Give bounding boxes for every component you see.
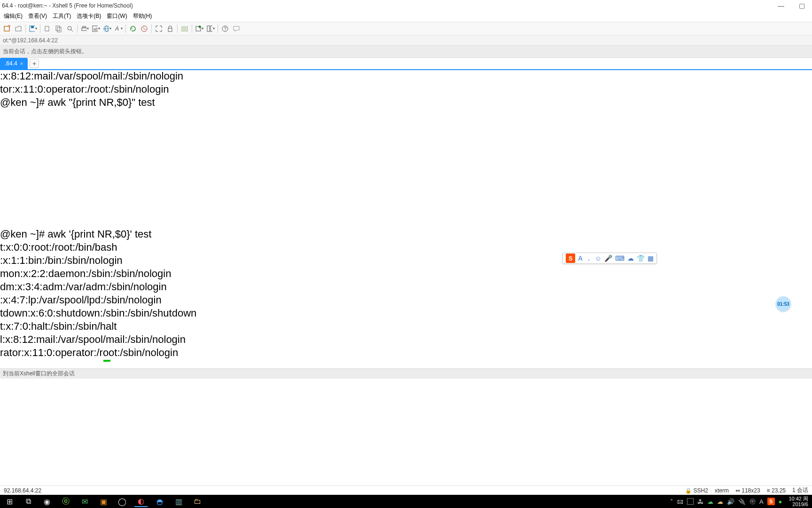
ime-toolbox-icon[interactable]: ▦ bbox=[648, 254, 654, 262]
open-icon[interactable] bbox=[14, 24, 23, 33]
obs-icon[interactable]: ◉ bbox=[40, 496, 54, 507]
record-timer-bubble[interactable]: 01:53 bbox=[776, 296, 791, 311]
tray-power-icon[interactable]: 🔌 bbox=[738, 498, 746, 505]
svg-text:ab: ab bbox=[94, 27, 98, 32]
notepad-icon[interactable]: ▥ bbox=[172, 496, 185, 507]
tray-volume-icon[interactable]: 🔊 bbox=[727, 498, 734, 505]
edge-icon[interactable]: ⓔ bbox=[59, 496, 72, 507]
ime-cloud-icon[interactable]: ☁ bbox=[627, 254, 634, 262]
record-timer-text: 01:53 bbox=[777, 302, 789, 307]
copy-icon[interactable] bbox=[43, 24, 52, 33]
menu-edit[interactable]: 编辑(E) bbox=[1, 11, 25, 21]
encoding-icon[interactable]: ab bbox=[92, 24, 100, 33]
status-term: xterm bbox=[715, 487, 729, 494]
status-ssh: SSH2 bbox=[685, 487, 708, 494]
tray-ime-a-icon[interactable]: A bbox=[759, 498, 764, 505]
tray-vj-icon[interactable] bbox=[687, 498, 694, 505]
ime-emoji-icon[interactable]: ☺ bbox=[595, 254, 601, 262]
toolbar-separator bbox=[25, 24, 26, 33]
address-bar[interactable]: ot:*@192.168.64.4:22 bbox=[0, 35, 812, 46]
taskbar: ⊞ ⧉ ◉ ⓔ ✉ ▣ ◯ ◐ ◓ ▥ 🗀 ˄ 🖂 🖧 ☁ ☁ 🔊 🔌 ㊥ A … bbox=[0, 495, 812, 508]
print-icon[interactable] bbox=[80, 24, 89, 33]
ime-mode-icon[interactable]: A bbox=[578, 254, 582, 262]
tab-label: .64.4 bbox=[5, 60, 17, 67]
comment-icon[interactable] bbox=[232, 24, 241, 33]
svg-rect-9 bbox=[83, 26, 86, 28]
layout-icon[interactable] bbox=[206, 24, 215, 33]
terminal-prompt-suffix: &NR==5' bbox=[110, 360, 152, 362]
svg-rect-8 bbox=[82, 28, 86, 31]
save-icon[interactable] bbox=[29, 24, 37, 33]
session-tab-bar: .64.4 × + bbox=[0, 58, 812, 70]
taskview-icon[interactable]: ⧉ bbox=[22, 496, 35, 507]
disconnect-icon[interactable] bbox=[140, 24, 148, 33]
sogou-logo-icon[interactable]: S bbox=[566, 254, 575, 263]
hint-bottom-text: 到当前Xshell窗口的全部会话 bbox=[3, 370, 75, 378]
terminal-output[interactable]: :x:8:12:mail:/var/spool/mail:/sbin/nolog… bbox=[0, 70, 812, 362]
menu-bar: 编辑(E) 查看(V) 工具(T) 选项卡(B) 窗口(W) 帮助(H) bbox=[0, 11, 812, 22]
title-bar: 64.4 - root@ken:~ - Xshell 5 (Free for H… bbox=[0, 0, 812, 11]
tab-close-icon[interactable]: × bbox=[20, 61, 23, 66]
terminal-line: l:x:8:12:mail:/var/spool/mail:/sbin/nolo… bbox=[0, 333, 186, 345]
svg-rect-5 bbox=[57, 27, 61, 32]
terminal-line: tor:x:11:0:operator:/root:/sbin/nologin bbox=[0, 83, 169, 95]
explorer-icon[interactable]: 🗀 bbox=[191, 496, 204, 507]
taskbar-clock[interactable]: 10:42 周 2019/6 bbox=[789, 496, 809, 507]
menu-view[interactable]: 查看(V) bbox=[25, 11, 50, 21]
reconnect-icon[interactable] bbox=[129, 24, 137, 33]
terminal-line: t:x:7:0:halt:/sbin:/sbin/halt bbox=[0, 320, 117, 332]
tray-ime-zh-icon[interactable]: ㊥ bbox=[750, 497, 756, 506]
tray-msg-icon[interactable]: 🖂 bbox=[677, 498, 683, 505]
svg-rect-3 bbox=[45, 26, 49, 31]
tray-up-icon[interactable]: ˄ bbox=[670, 498, 673, 505]
xshell-taskbar-icon[interactable]: ◐ bbox=[134, 496, 148, 507]
svg-rect-19 bbox=[182, 27, 187, 31]
menu-tabs[interactable]: 选项卡(B) bbox=[74, 11, 104, 21]
status-bar: 92.168.64.4:22 SSH2 xterm ⇔ 118x23 ≡ 23,… bbox=[0, 485, 812, 495]
toolbar-separator bbox=[192, 24, 192, 33]
globe-icon[interactable] bbox=[103, 24, 111, 33]
terminal-line: @ken ~]# awk "{print NR,$0}" test bbox=[0, 96, 155, 108]
ime-voice-icon[interactable]: 🎤 bbox=[604, 254, 612, 262]
new-tab-icon[interactable] bbox=[195, 24, 203, 33]
maximize-button[interactable]: ▢ bbox=[791, 2, 812, 9]
toolbar-separator bbox=[40, 24, 40, 33]
svg-text:A: A bbox=[115, 25, 119, 32]
ime-skin-icon[interactable]: 👕 bbox=[637, 254, 645, 262]
lock-icon[interactable] bbox=[166, 24, 174, 33]
svg-rect-2 bbox=[31, 26, 34, 28]
menu-help[interactable]: 帮助(H) bbox=[130, 11, 155, 21]
status-size: ⇔ 118x23 bbox=[735, 487, 760, 494]
terminal-line: :x:8:12:mail:/var/spool/mail:/sbin/nolog… bbox=[0, 70, 183, 82]
ime-toolbar[interactable]: S A ， ☺ 🎤 ⌨ ☁ 👕 ▦ bbox=[562, 253, 657, 264]
ime-punct-icon[interactable]: ， bbox=[586, 254, 592, 262]
paste-icon[interactable] bbox=[55, 24, 63, 33]
chrome-icon[interactable]: ◯ bbox=[116, 496, 129, 507]
hint-text: 当前会话，点击左侧的箭头按钮。 bbox=[3, 48, 87, 56]
logging-icon[interactable] bbox=[180, 24, 189, 33]
wechat-icon[interactable]: ✉ bbox=[78, 496, 91, 507]
tray-user-icon[interactable]: ● bbox=[779, 498, 782, 505]
window-title: 64.4 - root@ken:~ - Xshell 5 (Free for H… bbox=[2, 2, 771, 9]
tray-wechat-icon[interactable]: ☁ bbox=[707, 498, 713, 505]
toolbar-separator bbox=[151, 24, 152, 33]
find-icon[interactable] bbox=[66, 24, 74, 33]
vbox-icon[interactable]: ▣ bbox=[97, 496, 110, 507]
menu-tools[interactable]: 工具(T) bbox=[50, 11, 74, 21]
ime-softkbd-icon[interactable]: ⌨ bbox=[615, 254, 625, 262]
help-icon[interactable]: ? bbox=[221, 24, 229, 33]
toolbar-separator bbox=[218, 24, 218, 33]
tray-cloud-icon[interactable]: ☁ bbox=[717, 498, 723, 505]
session-tab-active[interactable]: .64.4 × bbox=[0, 58, 28, 69]
app-blue-icon[interactable]: ◓ bbox=[153, 496, 166, 507]
new-tab-button[interactable]: + bbox=[30, 59, 39, 68]
minimize-button[interactable]: — bbox=[771, 2, 791, 9]
status-session-count: 1 会话 bbox=[792, 486, 808, 494]
new-session-icon[interactable] bbox=[3, 24, 11, 33]
tray-network-icon[interactable]: 🖧 bbox=[697, 498, 703, 505]
menu-window[interactable]: 窗口(W) bbox=[104, 11, 130, 21]
font-icon[interactable]: A bbox=[114, 24, 123, 33]
start-button[interactable]: ⊞ bbox=[3, 496, 16, 507]
tray-sogou-icon[interactable]: S bbox=[767, 498, 775, 505]
fullscreen-icon[interactable] bbox=[155, 24, 163, 33]
